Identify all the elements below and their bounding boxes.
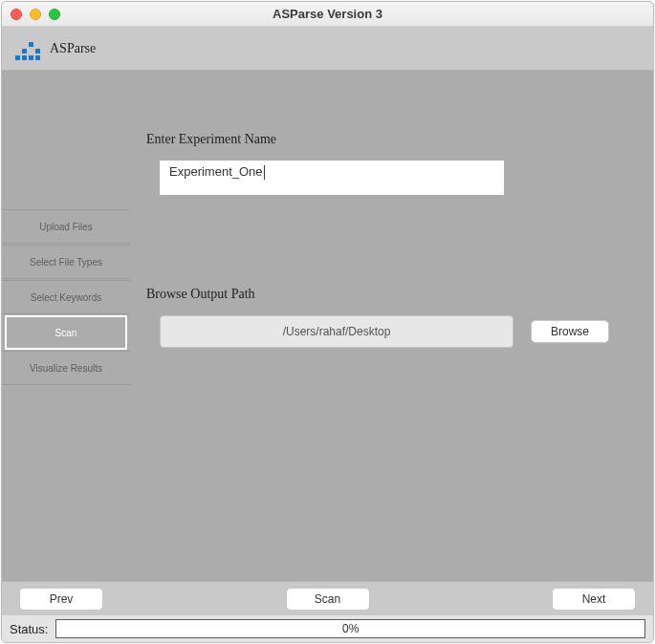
app-window: ASParse Version 3 ASParse Upload Files S… <box>1 1 654 643</box>
close-icon[interactable] <box>11 9 22 20</box>
maximize-icon[interactable] <box>49 9 60 20</box>
main-area: Upload Files Select File Types Select Ke… <box>2 71 653 581</box>
brand-bar: ASParse <box>2 27 653 71</box>
progress-text: 0% <box>342 622 359 635</box>
sidebar-item-upload-files[interactable]: Upload Files <box>2 209 130 244</box>
window-title: ASParse Version 3 <box>2 7 653 21</box>
output-path-row: /Users/rahaf/Desktop Browse <box>160 315 628 348</box>
progress-bar: 0% <box>55 619 645 638</box>
titlebar: ASParse Version 3 <box>2 2 653 27</box>
output-path-display: /Users/rahaf/Desktop <box>160 315 513 348</box>
window-controls <box>11 9 60 20</box>
status-bar: Status: 0% <box>2 615 653 642</box>
experiment-name-input[interactable]: Experiment_One <box>160 161 504 195</box>
footer-nav: Prev Scan Next <box>2 581 653 615</box>
prev-button[interactable]: Prev <box>19 588 103 611</box>
sidebar-item-select-file-types[interactable]: Select File Types <box>2 245 130 279</box>
status-label: Status: <box>10 622 48 636</box>
experiment-name-value: Experiment_One <box>169 164 263 179</box>
browse-button[interactable]: Browse <box>531 320 609 343</box>
next-button[interactable]: Next <box>552 588 636 611</box>
sidebar-item-visualize-results[interactable]: Visualize Results <box>2 351 130 385</box>
sidebar-item-select-keywords[interactable]: Select Keywords <box>2 280 130 314</box>
app-name: ASParse <box>50 41 96 56</box>
scan-button[interactable]: Scan <box>286 588 370 611</box>
content-panel: Enter Experiment Name Experiment_One Bro… <box>131 71 653 581</box>
experiment-name-label: Enter Experiment Name <box>146 132 628 147</box>
sidebar: Upload Files Select File Types Select Ke… <box>2 71 131 581</box>
app-logo-icon <box>15 37 40 60</box>
output-path-label: Browse Output Path <box>146 287 628 302</box>
experiment-name-wrapper: Experiment_One <box>146 161 628 195</box>
output-path-value: /Users/rahaf/Desktop <box>283 325 391 338</box>
sidebar-item-scan[interactable]: Scan <box>5 315 127 350</box>
minimize-icon[interactable] <box>30 9 41 20</box>
